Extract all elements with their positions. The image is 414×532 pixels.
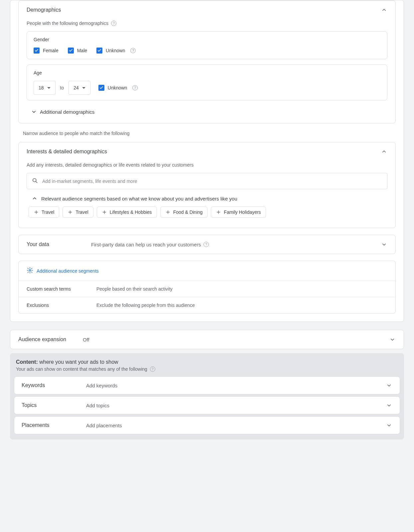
your-data-label: Your data <box>27 241 83 247</box>
checkbox-checked-icon <box>96 48 102 54</box>
chip-lifestyles[interactable]: Lifestyles & Hobbies <box>97 206 157 218</box>
demographics-subtitle-row: People with the following demographics ? <box>27 19 387 31</box>
chip-food[interactable]: Food & Dining <box>160 206 208 218</box>
demographics-header[interactable]: Demographics <box>19 1 395 19</box>
gear-icon <box>27 267 33 275</box>
help-icon[interactable]: ? <box>130 48 136 53</box>
checkbox-checked-icon <box>34 48 40 54</box>
search-icon <box>32 177 38 185</box>
age-from-value: 18 <box>39 85 44 90</box>
additional-demographics-toggle[interactable]: Additional demographics <box>27 106 387 115</box>
chevron-down-icon <box>386 382 392 389</box>
chevron-down-icon <box>381 241 387 248</box>
placements-label: Placements <box>22 422 78 428</box>
plus-icon <box>68 209 73 215</box>
row-value: People based on their search activity <box>96 286 173 292</box>
gender-unknown-label: Unknown <box>106 48 125 53</box>
gender-title: Gender <box>34 37 380 42</box>
keywords-label: Keywords <box>22 382 78 388</box>
keywords-row[interactable]: Keywords Add keywords <box>14 377 400 394</box>
content-subtitle: Your ads can show on content that matche… <box>16 366 147 372</box>
dropdown-arrow-icon <box>47 87 51 89</box>
gender-female-checkbox[interactable]: Female <box>34 48 59 54</box>
age-unknown-checkbox[interactable]: Unknown ? <box>98 85 138 91</box>
chevron-down-icon <box>389 336 396 343</box>
chip-label: Lifestyles & Hobbies <box>110 209 152 215</box>
chevron-down-icon <box>31 108 37 115</box>
gender-unknown-checkbox[interactable]: Unknown ? <box>96 48 136 54</box>
gender-box: Gender Female Male Unknown <box>27 31 387 59</box>
age-unknown-label: Unknown <box>108 85 127 90</box>
content-block: Content: where you want your ads to show… <box>10 353 404 440</box>
demographics-card: Demographics People with the following d… <box>18 0 396 123</box>
chevron-up-icon <box>31 195 38 202</box>
svg-point-2 <box>29 270 31 271</box>
interests-subtitle-row: Add any interests, detailed demographics… <box>27 161 387 173</box>
segments-header-row[interactable]: Relevant audience segments based on what… <box>27 195 387 202</box>
audience-expansion-label: Audience expansion <box>18 336 75 342</box>
gender-female-label: Female <box>43 48 59 53</box>
interests-body: Add any interests, detailed demographics… <box>19 161 395 228</box>
age-title: Age <box>34 70 380 75</box>
your-data-row[interactable]: Your data First-party data can help us r… <box>19 235 395 254</box>
placements-card: Placements Add placements <box>14 416 400 434</box>
age-connector: to <box>60 85 64 90</box>
svg-line-1 <box>36 182 37 183</box>
age-to-value: 24 <box>73 85 79 90</box>
gender-male-label: Male <box>77 48 87 53</box>
placements-row[interactable]: Placements Add placements <box>14 417 400 434</box>
audience-expansion-value: Off <box>83 337 381 342</box>
age-to-select[interactable]: 24 <box>69 81 90 95</box>
interests-search[interactable] <box>27 173 387 189</box>
chevron-up-icon <box>381 148 387 155</box>
additional-demographics-label: Additional demographics <box>40 109 94 115</box>
chevron-down-icon <box>386 422 392 429</box>
content-title: Content: where you want your ads to show <box>14 359 400 366</box>
chip-travel[interactable]: Travel <box>29 206 59 218</box>
segment-chips: Travel Travel Lifestyles & Hobbies Food … <box>27 206 387 220</box>
additional-segments-table: Custom search terms People based on thei… <box>19 281 395 313</box>
audience-container: Demographics People with the following d… <box>10 0 404 322</box>
row-key: Custom search terms <box>27 286 96 292</box>
chevron-down-icon <box>386 402 392 409</box>
chip-label: Food & Dining <box>173 209 203 215</box>
chip-label: Travel <box>42 209 54 215</box>
narrow-audience-text: Narrow audience to people who match the … <box>23 131 404 136</box>
age-box: Age 18 to 24 Unknown <box>27 65 387 100</box>
topics-value: Add topics <box>86 403 378 408</box>
keywords-card: Keywords Add keywords <box>14 376 400 394</box>
interests-header[interactable]: Interests & detailed demographics <box>19 142 395 161</box>
additional-segments-link[interactable]: Additional audience segments <box>19 261 395 281</box>
your-data-card: Your data First-party data can help us r… <box>18 235 396 254</box>
help-icon[interactable]: ? <box>111 21 116 26</box>
audience-expansion-card: Audience expansion Off <box>10 330 404 349</box>
help-icon[interactable]: ? <box>132 85 138 90</box>
plus-icon <box>165 209 171 215</box>
content-title-rest: where you want your ads to show <box>38 359 118 365</box>
help-icon[interactable]: ? <box>204 242 209 247</box>
gender-male-checkbox[interactable]: Male <box>68 48 87 54</box>
row-value: Exclude the following people from this a… <box>96 303 195 308</box>
checkbox-checked-icon <box>98 85 104 91</box>
interests-search-input[interactable] <box>42 179 382 184</box>
age-from-select[interactable]: 18 <box>34 81 56 95</box>
exclusions-row[interactable]: Exclusions Exclude the following people … <box>19 297 395 313</box>
interests-title: Interests & detailed demographics <box>27 149 107 155</box>
chip-label: Travel <box>75 209 88 215</box>
custom-search-terms-row[interactable]: Custom search terms People based on thei… <box>19 281 395 297</box>
audience-expansion-row[interactable]: Audience expansion Off <box>10 330 404 349</box>
chip-label: Family Holidayers <box>224 209 261 215</box>
plus-icon <box>34 209 39 215</box>
chip-travel-2[interactable]: Travel <box>63 206 93 218</box>
topics-row[interactable]: Topics Add topics <box>14 397 400 414</box>
topics-label: Topics <box>22 402 78 408</box>
help-icon[interactable]: ? <box>150 366 155 372</box>
interests-card: Interests & detailed demographics Add an… <box>18 142 396 228</box>
checkbox-checked-icon <box>68 48 74 54</box>
plus-icon <box>102 209 107 215</box>
placements-value: Add placements <box>86 423 378 428</box>
chip-family[interactable]: Family Holidayers <box>211 206 266 218</box>
demographics-subtitle: People with the following demographics <box>27 21 108 26</box>
dropdown-arrow-icon <box>82 87 85 89</box>
topics-card: Topics Add topics <box>14 396 400 414</box>
